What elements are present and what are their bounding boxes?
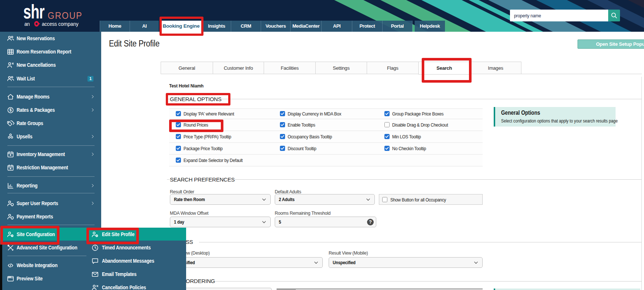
svg-text:$: $: [10, 108, 12, 112]
